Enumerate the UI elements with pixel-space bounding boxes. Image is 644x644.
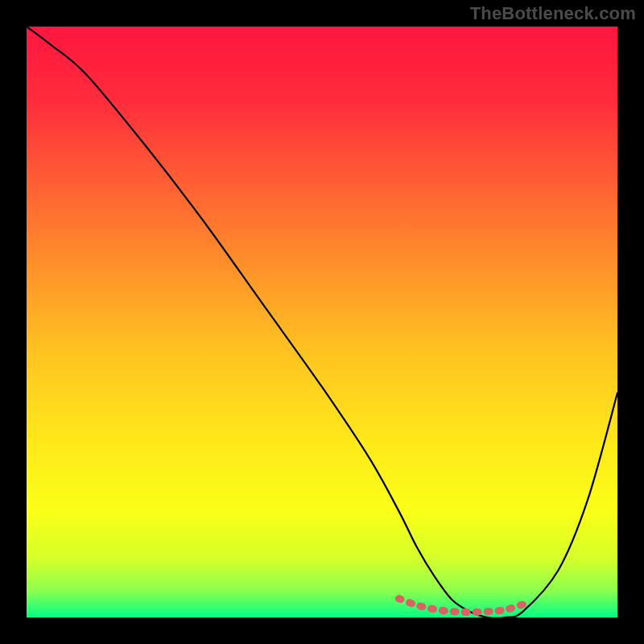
watermark-text: TheBottleneck.com bbox=[470, 3, 636, 24]
gradient-background bbox=[27, 27, 617, 617]
chart-frame: { "watermark": "TheBottleneck.com", "gra… bbox=[0, 0, 644, 644]
bottleneck-chart bbox=[0, 0, 644, 644]
